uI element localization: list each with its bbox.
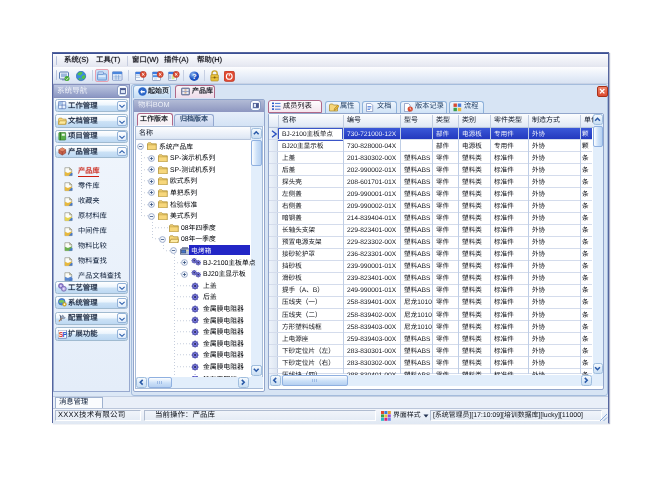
svg-text:?: ? — [192, 72, 197, 81]
svg-text:P: P — [62, 330, 67, 337]
